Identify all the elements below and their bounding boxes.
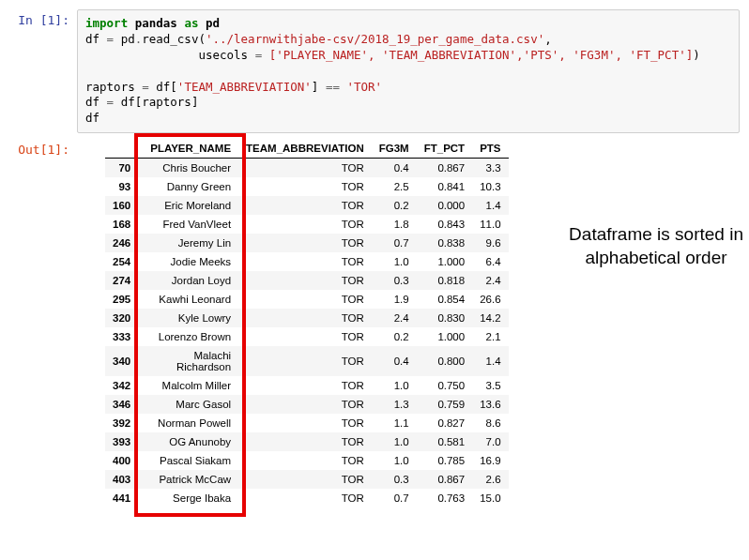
cell-fg3m: 1.8	[372, 215, 417, 234]
table-row: 403Patrick McCawTOR0.30.8672.6	[105, 470, 509, 489]
cell-ftpct: 0.000	[417, 196, 472, 215]
index-header	[105, 139, 138, 159]
table-row: 295Kawhi LeonardTOR1.90.85426.6	[105, 290, 509, 309]
cell-fg3m: 2.4	[372, 309, 417, 327]
cell-player: Lorenzo Brown	[138, 327, 238, 346]
cell-team: TOR	[238, 290, 372, 309]
cell-pts: 1.4	[472, 346, 508, 376]
tor-str: 'TOR'	[347, 80, 383, 94]
cell-ftpct: 0.785	[417, 451, 472, 470]
table-row: 441Serge IbakaTOR0.70.76315.0	[105, 489, 509, 507]
row-index: 333	[105, 327, 138, 346]
cell-player: Patrick McCaw	[138, 470, 238, 489]
col-header-player: PLAYER_NAME	[138, 139, 238, 159]
cell-team: TOR	[238, 196, 372, 215]
output-prompt: Out[1]:	[9, 139, 77, 507]
cell-player: Chris Boucher	[138, 159, 238, 178]
cell-ftpct: 0.818	[417, 271, 472, 290]
input-cell: In [1]: import pandas as pd df = pd.read…	[9, 9, 740, 133]
cell-player: Danny Green	[138, 177, 238, 196]
kw-pandas: pandas	[135, 16, 177, 30]
cell-pts: 2.1	[472, 327, 508, 346]
cell-fg3m: 2.5	[372, 177, 417, 196]
cell-player: Jodie Meeks	[138, 252, 238, 271]
row-index: 93	[105, 177, 138, 196]
cell-team: TOR	[238, 234, 372, 252]
cell-fg3m: 1.9	[372, 290, 417, 309]
cell-pts: 14.2	[472, 309, 508, 327]
cell-ftpct: 0.854	[417, 290, 472, 309]
cell-pts: 2.4	[472, 271, 508, 290]
table-row: 70Chris BoucherTOR0.40.8673.3	[105, 159, 509, 178]
annotation-line2: alphabetical order	[586, 248, 727, 267]
cell-pts: 6.4	[472, 252, 508, 271]
cell-fg3m: 0.3	[372, 470, 417, 489]
table-row: 392Norman PowellTOR1.10.8278.6	[105, 414, 509, 432]
annotation-text: Dataframe is sorted in alphabetical orde…	[556, 223, 749, 269]
cell-ftpct: 0.827	[417, 414, 472, 432]
cell-player: Jeremy Lin	[138, 234, 238, 252]
cell-player: Kyle Lowry	[138, 309, 238, 327]
cell-fg3m: 1.0	[372, 252, 417, 271]
row-index: 160	[105, 196, 138, 215]
row-index: 393	[105, 432, 138, 451]
cell-ftpct: 0.838	[417, 234, 472, 252]
cell-ftpct: 0.763	[417, 489, 472, 507]
cell-pts: 9.6	[472, 234, 508, 252]
cell-team: TOR	[238, 215, 372, 234]
cell-team: TOR	[238, 309, 372, 327]
cell-fg3m: 0.2	[372, 327, 417, 346]
cell-team: TOR	[238, 414, 372, 432]
col-team: 'TEAM_ABBREVIATION'	[177, 80, 312, 94]
cell-ftpct: 0.841	[417, 177, 472, 196]
col-header-team: TEAM_ABBREVIATION	[238, 139, 372, 159]
table-row: 93Danny GreenTOR2.50.84110.3	[105, 177, 509, 196]
cell-team: TOR	[238, 327, 372, 346]
output-cell: Out[1]: PLAYER_NAME TEAM_ABBREVIATION FG…	[9, 139, 740, 507]
dataframe-table-wrap: PLAYER_NAME TEAM_ABBREVIATION FG3M FT_PC…	[105, 139, 509, 507]
cell-team: TOR	[238, 159, 372, 178]
cell-team: TOR	[238, 451, 372, 470]
cell-pts: 2.6	[472, 470, 508, 489]
cell-fg3m: 1.0	[372, 432, 417, 451]
cell-fg3m: 0.7	[372, 234, 417, 252]
cell-ftpct: 0.759	[417, 395, 472, 414]
cell-ftpct: 0.800	[417, 346, 472, 376]
cell-ftpct: 0.867	[417, 470, 472, 489]
cell-fg3m: 0.4	[372, 159, 417, 178]
cell-team: TOR	[238, 376, 372, 395]
table-row: 333Lorenzo BrownTOR0.21.0002.1	[105, 327, 509, 346]
table-row: 320Kyle LowryTOR2.40.83014.2	[105, 309, 509, 327]
col-header-pts: PTS	[472, 139, 508, 159]
kw-import: import	[85, 16, 128, 30]
row-index: 254	[105, 252, 138, 271]
cell-fg3m: 1.1	[372, 414, 417, 432]
cell-ftpct: 0.867	[417, 159, 472, 178]
code-block[interactable]: import pandas as pd df = pd.read_csv('..…	[77, 9, 740, 133]
table-row: 342Malcolm MillerTOR1.00.7503.5	[105, 376, 509, 395]
cell-team: TOR	[238, 432, 372, 451]
cell-fg3m: 0.3	[372, 271, 417, 290]
cell-player: Malachi Richardson	[138, 346, 238, 376]
kw-pd: pd	[206, 16, 220, 30]
row-index: 168	[105, 215, 138, 234]
cell-pts: 10.3	[472, 177, 508, 196]
cell-team: TOR	[238, 252, 372, 271]
cell-pts: 3.5	[472, 376, 508, 395]
table-row: 346Marc GasolTOR1.30.75913.6	[105, 395, 509, 414]
cell-pts: 15.0	[472, 489, 508, 507]
cell-player: Eric Moreland	[138, 196, 238, 215]
table-row: 274Jordan LoydTOR0.30.8182.4	[105, 271, 509, 290]
row-index: 320	[105, 309, 138, 327]
cell-player: Kawhi Leonard	[138, 290, 238, 309]
cell-ftpct: 0.843	[417, 215, 472, 234]
cell-ftpct: 1.000	[417, 252, 472, 271]
usecols: ['PLAYER_NAME', 'TEAM_ABBREVIATION','PTS…	[269, 48, 694, 62]
table-row: 160Eric MorelandTOR0.20.0001.4	[105, 196, 509, 215]
table-row: 254Jodie MeeksTOR1.01.0006.4	[105, 252, 509, 271]
cell-fg3m: 0.7	[372, 489, 417, 507]
cell-player: Jordan Loyd	[138, 271, 238, 290]
cell-team: TOR	[238, 470, 372, 489]
cell-player: Pascal Siakam	[138, 451, 238, 470]
cell-fg3m: 1.3	[372, 395, 417, 414]
